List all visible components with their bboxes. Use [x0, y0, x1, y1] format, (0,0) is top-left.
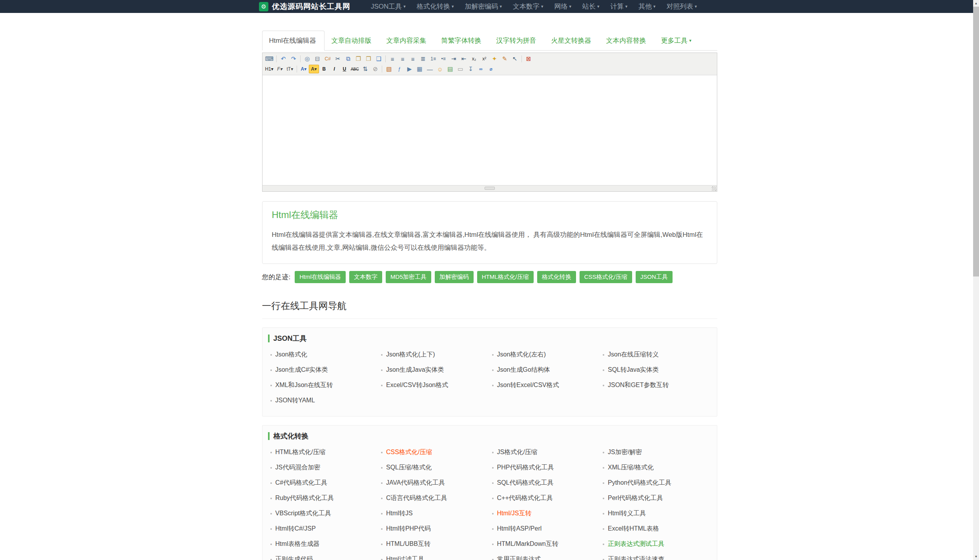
- align-left-icon[interactable]: ≡: [387, 55, 397, 63]
- footprint-button[interactable]: Html在线编辑器: [295, 271, 346, 283]
- cut-icon[interactable]: ✂: [333, 55, 343, 63]
- tool-link[interactable]: Html转ASP/Perl: [490, 521, 601, 536]
- resize-grip-icon[interactable]: [712, 186, 716, 191]
- tool-link[interactable]: Json格式化(上下): [379, 347, 490, 362]
- unordered-list-icon[interactable]: •≡: [438, 55, 448, 63]
- justify-icon[interactable]: ≣: [418, 55, 428, 63]
- tool-link[interactable]: JSON转YAML: [268, 393, 379, 408]
- emoticon-icon[interactable]: ☺: [435, 65, 445, 73]
- bold-icon[interactable]: B: [319, 65, 329, 73]
- tool-link[interactable]: Json生成C#实体类: [268, 362, 379, 378]
- tool-link[interactable]: JS加密/解密: [600, 445, 711, 460]
- tool-link[interactable]: C语言代码格式化工具: [379, 491, 490, 506]
- strikethrough-icon[interactable]: ABC: [350, 65, 360, 73]
- indent-icon[interactable]: ⇥: [448, 55, 459, 63]
- tool-link[interactable]: Html转义工具: [600, 506, 711, 521]
- scrollbar-thumb[interactable]: [973, 7, 979, 276]
- font-family-icon[interactable]: F▾: [275, 65, 285, 73]
- tool-link[interactable]: Excel/CSV转Json格式: [379, 378, 490, 393]
- undo-icon[interactable]: ↶: [278, 55, 288, 63]
- menu-format-convert[interactable]: 格式化转换 ▾: [411, 2, 459, 11]
- tab-article-collect[interactable]: 文章内容采集: [379, 31, 434, 50]
- align-center-icon[interactable]: ≡: [397, 55, 408, 63]
- italic-icon[interactable]: I: [329, 65, 339, 73]
- scrollbar-up-button[interactable]: ▲: [973, 0, 979, 7]
- tool-link[interactable]: Excel转HTML表格: [600, 521, 711, 536]
- tool-link[interactable]: SQL代码格式化工具: [490, 475, 601, 491]
- subscript-icon[interactable]: x₂: [469, 55, 479, 63]
- tool-link[interactable]: HTML格式化/压缩: [268, 445, 379, 460]
- tool-link[interactable]: 正则生成代码: [268, 552, 379, 560]
- tool-link[interactable]: HTML/MarkDown互转: [490, 536, 601, 552]
- tool-link[interactable]: JSON和GET参数互转: [600, 378, 711, 393]
- tab-text-replace[interactable]: 文本内容替换: [599, 31, 654, 50]
- footprint-button[interactable]: 格式化转换: [537, 271, 576, 283]
- tool-link[interactable]: Json格式化(左右): [490, 347, 601, 362]
- tool-link[interactable]: Perl代码格式化工具: [600, 491, 711, 506]
- tool-link[interactable]: HTML/UBB互转: [379, 536, 490, 552]
- paste-from-word-icon[interactable]: ❑: [374, 55, 384, 63]
- tab-auto-typeset[interactable]: 文章自动排版: [325, 31, 379, 50]
- anchor-icon[interactable]: ↧: [465, 65, 476, 73]
- tool-link[interactable]: SQL转Java实体类: [600, 362, 711, 378]
- highlight-color-icon[interactable]: A▾: [309, 65, 319, 73]
- tool-link[interactable]: C#代码格式化工具: [268, 475, 379, 491]
- redo-icon[interactable]: ↷: [288, 55, 299, 63]
- ordered-list-icon[interactable]: 1≡: [428, 55, 438, 63]
- code-view-icon[interactable]: C#: [323, 55, 333, 63]
- tool-link[interactable]: 常用正则表达式: [490, 552, 601, 560]
- media-icon[interactable]: ▶: [404, 65, 414, 73]
- scrollbar[interactable]: ▲ ▼: [973, 0, 979, 560]
- tool-link[interactable]: VBScript格式化工具: [268, 506, 379, 521]
- outdent-icon[interactable]: ⇤: [459, 55, 469, 63]
- tool-link[interactable]: Html过滤工具: [379, 552, 490, 560]
- tool-link[interactable]: Html表格生成器: [268, 536, 379, 552]
- footprint-button[interactable]: HTML格式化/压缩: [477, 271, 534, 283]
- tool-link[interactable]: Ruby代码格式化工具: [268, 491, 379, 506]
- tool-link[interactable]: CSS格式化/压缩: [379, 445, 490, 460]
- horizontal-rule-icon[interactable]: ―: [425, 65, 435, 73]
- source-icon[interactable]: ⌨: [264, 55, 275, 63]
- menu-network[interactable]: 网络 ▾: [549, 2, 577, 11]
- tool-link[interactable]: SQL压缩/格式化: [379, 460, 490, 475]
- paste-as-text-icon[interactable]: ❒: [363, 55, 374, 63]
- tool-link[interactable]: Json转Excel/CSV格式: [490, 378, 601, 393]
- menu-reference-tables[interactable]: 对照列表 ▾: [661, 2, 703, 11]
- align-right-icon[interactable]: ≡: [408, 55, 418, 63]
- link-icon[interactable]: ∞: [476, 65, 486, 73]
- footprint-button[interactable]: 加解密编码: [435, 271, 474, 283]
- tool-link[interactable]: Html转JS: [379, 506, 490, 521]
- brand-link[interactable]: ⚙ 优选源码网站长工具网: [259, 2, 350, 12]
- print-icon[interactable]: ⊟: [312, 55, 323, 63]
- paste-icon[interactable]: ❐: [353, 55, 363, 63]
- tab-html-editor[interactable]: Html在线编辑器: [262, 31, 325, 51]
- picture-icon[interactable]: ▤: [445, 65, 455, 73]
- tool-link[interactable]: JS代码混合加密: [268, 460, 379, 475]
- tab-more-tools[interactable]: 更多工具 ▾: [654, 31, 698, 50]
- scrollbar-down-button[interactable]: ▼: [973, 553, 979, 560]
- quick-typeset-icon[interactable]: ✎: [500, 55, 510, 63]
- tool-link[interactable]: PHP代码格式化工具: [490, 460, 601, 475]
- table-icon[interactable]: ▦: [414, 65, 425, 73]
- remove-format-icon[interactable]: ⊘: [370, 65, 380, 73]
- tool-link[interactable]: Python代码格式化工具: [600, 475, 711, 491]
- resize-drag-handle[interactable]: [485, 187, 495, 190]
- tool-link[interactable]: Json生成Java实体类: [379, 362, 490, 378]
- font-size-icon[interactable]: tT▾: [285, 65, 295, 73]
- fullscreen-icon[interactable]: ⊠: [523, 55, 534, 63]
- tool-link[interactable]: JS格式化/压缩: [490, 445, 601, 460]
- tool-link[interactable]: Html/JS互转: [490, 506, 601, 521]
- menu-json-tools[interactable]: JSON工具 ▾: [365, 2, 411, 11]
- menu-encrypt-encode[interactable]: 加解密编码 ▾: [459, 2, 507, 11]
- tool-link[interactable]: XML压缩/格式化: [600, 460, 711, 475]
- menu-calculate[interactable]: 计算 ▾: [605, 2, 633, 11]
- footprint-button[interactable]: MD5加密工具: [386, 271, 431, 283]
- menu-webmaster[interactable]: 站长 ▾: [577, 2, 605, 11]
- text-color-icon[interactable]: A▾: [299, 65, 309, 73]
- tool-link[interactable]: C++代码格式化工具: [490, 491, 601, 506]
- tool-link[interactable]: Html转C#/JSP: [268, 521, 379, 536]
- footprint-button[interactable]: CSS格式化/压缩: [580, 271, 632, 283]
- tool-link[interactable]: XML和Json在线互转: [268, 378, 379, 393]
- footprint-button[interactable]: 文本数字: [349, 271, 382, 283]
- unlink-icon[interactable]: ⌀: [486, 65, 496, 73]
